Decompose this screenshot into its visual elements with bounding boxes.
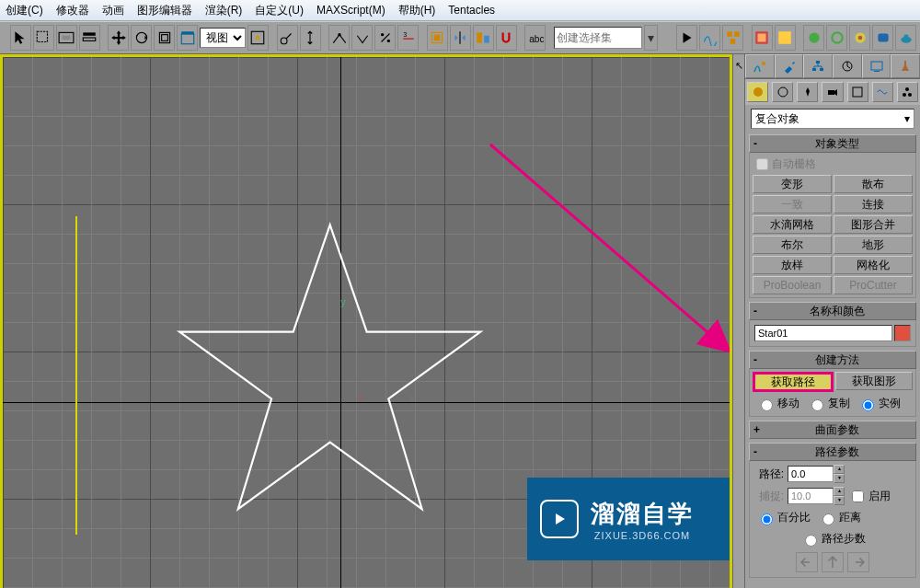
autogrid-checkbox[interactable]: [756, 158, 768, 170]
path-pick-icon[interactable]: [822, 552, 844, 572]
select-filter-icon[interactable]: [79, 25, 100, 51]
svg-point-30: [858, 36, 863, 40]
tab-display-icon[interactable]: [862, 54, 891, 78]
btn-get-shape[interactable]: 获取图形: [835, 372, 913, 390]
geometry-category-dropdown[interactable]: 复合对象 ▾: [751, 109, 914, 129]
btn-get-path[interactable]: 获取路径: [753, 372, 834, 392]
command-panel-handle[interactable]: ↖: [732, 54, 744, 588]
btn-terrain[interactable]: 地形: [834, 236, 913, 254]
radio-path-steps[interactable]: [805, 535, 817, 547]
btn-mesher[interactable]: 网格化: [834, 256, 913, 274]
named-selection-combo[interactable]: [554, 27, 642, 49]
svg-rect-19: [484, 36, 489, 43]
reference-coord-combo[interactable]: 视图: [200, 28, 246, 48]
radio-copy[interactable]: [811, 399, 823, 411]
enable-snap-checkbox[interactable]: [852, 490, 864, 502]
snap-toggle-icon[interactable]: [496, 25, 517, 51]
quick-render-icon[interactable]: [849, 25, 870, 51]
rollout-header-path-params[interactable]: -路径参数: [749, 443, 916, 461]
curve-editor-icon[interactable]: [699, 25, 720, 51]
render-last-icon[interactable]: [826, 25, 847, 51]
subtab-lights-icon[interactable]: [797, 82, 818, 102]
svg-rect-38: [812, 68, 816, 71]
subtab-shapes-icon[interactable]: [772, 82, 793, 102]
object-name-input[interactable]: [754, 325, 892, 341]
render-scene-icon[interactable]: [775, 25, 796, 51]
path-spinner[interactable]: ▴▾: [834, 465, 845, 483]
btn-blobmesh[interactable]: 水滴网格: [753, 215, 832, 234]
menu-render[interactable]: 渲染(R): [205, 3, 243, 18]
radio-percent[interactable]: [761, 513, 773, 525]
refcoord-icon[interactable]: [177, 25, 198, 51]
subtab-cameras-icon[interactable]: [822, 82, 843, 102]
toggle-key-icon[interactable]: [676, 25, 697, 51]
subtab-helpers-icon[interactable]: [847, 82, 868, 102]
move-icon[interactable]: [108, 25, 129, 51]
rollout-header-object-type[interactable]: -对象类型: [749, 134, 916, 153]
viewport[interactable]: // placeholder; grid drawn below via gen…: [0, 54, 732, 588]
snap-spinner-icon[interactable]: 3: [397, 25, 419, 51]
btn-procutter[interactable]: ProCutter: [834, 276, 913, 294]
btn-proboolean[interactable]: ProBoolean: [753, 276, 832, 294]
btn-loft[interactable]: 放样: [753, 256, 832, 274]
select-manipulate-icon[interactable]: [277, 25, 298, 51]
select-object-icon[interactable]: [10, 25, 31, 51]
tab-hierarchy-icon[interactable]: [803, 54, 833, 78]
render-setup-icon[interactable]: [872, 25, 893, 51]
btn-boolean[interactable]: 布尔: [753, 236, 832, 254]
btn-conform[interactable]: 一致: [753, 195, 832, 213]
material-editor-icon[interactable]: [752, 25, 773, 51]
path-next-icon[interactable]: [847, 552, 869, 572]
snap-angle-icon[interactable]: [351, 25, 373, 51]
menu-tentacles[interactable]: Tentacles: [448, 4, 495, 17]
tab-modify-icon[interactable]: [775, 54, 804, 78]
subtab-systems-icon[interactable]: [897, 82, 918, 102]
menu-modifiers[interactable]: 修改器: [56, 3, 89, 18]
path-prev-icon[interactable]: [796, 552, 818, 572]
menu-create[interactable]: 创建(C): [6, 3, 43, 18]
menu-grapheditors[interactable]: 图形编辑器: [137, 3, 192, 18]
radio-move[interactable]: [761, 399, 773, 411]
btn-shapemerge[interactable]: 图形合并: [834, 215, 913, 234]
snap-2d-icon[interactable]: [328, 25, 350, 51]
schematic-view-icon[interactable]: [722, 25, 743, 51]
render-frame-icon[interactable]: [803, 25, 824, 51]
tab-motion-icon[interactable]: [833, 54, 862, 78]
tab-utilities-icon[interactable]: [891, 54, 920, 78]
rollout-header-surface-params[interactable]: +曲面参数: [749, 421, 916, 439]
object-color-swatch[interactable]: [894, 325, 911, 341]
spline-line-object[interactable]: [75, 216, 77, 535]
menu-customize[interactable]: 自定义(U): [255, 3, 304, 18]
radio-distance[interactable]: [822, 513, 834, 525]
menu-maxscript[interactable]: MAXScript(M): [316, 4, 385, 17]
star-object[interactable]: [163, 206, 497, 551]
select-window-icon[interactable]: [56, 25, 77, 51]
scale-icon[interactable]: [154, 25, 175, 51]
mirror-icon[interactable]: [450, 25, 471, 51]
path-value-input[interactable]: [788, 466, 834, 482]
radio-instance[interactable]: [862, 399, 874, 411]
rotate-icon[interactable]: [131, 25, 152, 51]
select-rect-icon[interactable]: [33, 25, 54, 51]
menu-animation[interactable]: 动画: [102, 3, 124, 18]
btn-scatter[interactable]: 散布: [834, 175, 913, 193]
rollout-header-name-color[interactable]: -名称和颜色: [749, 302, 916, 320]
layer-manager-icon[interactable]: abc: [524, 25, 546, 51]
named-sel-dropdown-icon[interactable]: ▾: [644, 25, 658, 51]
align-icon[interactable]: [473, 25, 494, 51]
rollout-header-creation-method[interactable]: -创建方法: [749, 351, 916, 369]
btn-connect[interactable]: 连接: [834, 195, 913, 213]
named-sel-icon[interactable]: [427, 25, 448, 51]
tab-create-icon[interactable]: [745, 54, 775, 78]
teapot-icon[interactable]: [895, 25, 916, 51]
svg-rect-26: [778, 31, 791, 44]
center-pivot-icon[interactable]: [247, 25, 269, 51]
btn-morph[interactable]: 变形: [753, 175, 832, 193]
subtab-geometry-icon[interactable]: [747, 82, 768, 102]
snap-label: 捕捉:: [754, 489, 784, 504]
menu-help[interactable]: 帮助(H): [398, 3, 436, 18]
main-toolbar: 视图 3 abc ▾: [0, 21, 920, 54]
subtab-spacewarps-icon[interactable]: [872, 82, 893, 102]
snap-percent-icon[interactable]: [374, 25, 396, 51]
keyboard-shortcut-icon[interactable]: [300, 25, 321, 51]
